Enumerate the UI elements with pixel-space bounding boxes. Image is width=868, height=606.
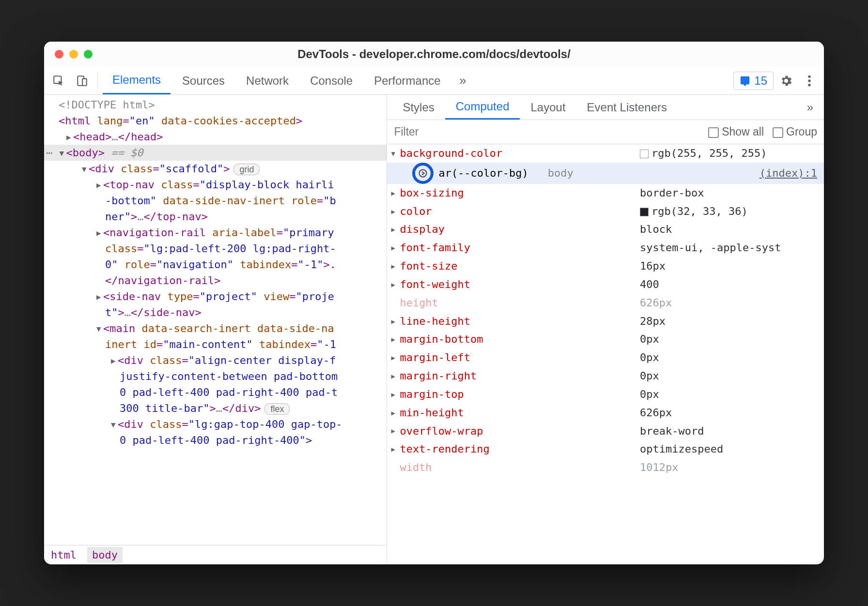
prop-margin-right[interactable]: ▶margin-right0px	[387, 367, 824, 385]
dom-html[interactable]: <html lang="en" data-cookies-accepted>	[44, 113, 387, 129]
prop-display[interactable]: ▶displayblock	[387, 220, 824, 239]
tab-console[interactable]: Console	[300, 67, 362, 94]
dom-navrail-close[interactable]: </navigation-rail>	[44, 273, 387, 288]
dom-navrail[interactable]: ▶<navigation-rail aria-label="primary	[44, 225, 387, 241]
svg-point-3	[808, 75, 810, 77]
prop-height[interactable]: height626px	[387, 294, 824, 312]
issues-count: 15	[754, 74, 767, 88]
prop-width[interactable]: width1012px	[387, 458, 824, 477]
prop-font-size[interactable]: ▶font-size16px	[387, 257, 824, 275]
filter-bar: Show all Group	[387, 120, 824, 144]
svg-rect-2	[82, 78, 87, 85]
dom-div3-l2[interactable]: 0 pad-left-400 pad-right-400">	[44, 432, 387, 448]
prop-margin-bottom[interactable]: ▶margin-bottom0px	[387, 330, 824, 348]
dom-div-scaffold[interactable]: ▼<div class="scaffold">grid	[44, 161, 387, 177]
dom-body-selected[interactable]: ⋯ ▼<body> == $0	[44, 145, 387, 161]
color-swatch-icon[interactable]	[640, 208, 649, 216]
dom-topnav-l3[interactable]: ner">…</top-nav>	[44, 209, 387, 225]
devtools-window: DevTools - developer.chrome.com/docs/dev…	[44, 42, 824, 564]
subtab-styles[interactable]: Styles	[392, 95, 445, 120]
dom-div2-l2[interactable]: justify-content-between pad-bottom	[44, 368, 387, 384]
dom-sidenav[interactable]: ▶<side-nav type="project" view="proje	[44, 288, 387, 304]
tab-performance[interactable]: Performance	[364, 67, 450, 94]
window-title: DevTools - developer.chrome.com/docs/dev…	[44, 47, 824, 61]
prop-color[interactable]: ▶colorrgb(32, 33, 36)	[387, 202, 824, 221]
dom-navrail-l3[interactable]: 0" role="navigation" tabindex="-1">.	[44, 257, 387, 273]
flex-badge[interactable]: flex	[264, 403, 290, 415]
subtab-event-listeners[interactable]: Event Listeners	[576, 95, 678, 120]
breadcrumb-body[interactable]: body	[87, 547, 123, 563]
prop-overflow-wrap[interactable]: ▶overflow-wrapbreak-word	[387, 422, 824, 440]
more-tabs-icon[interactable]: »	[452, 70, 474, 91]
titlebar: DevTools - developer.chrome.com/docs/dev…	[44, 42, 824, 67]
dom-sidenav-l2[interactable]: t">…</side-nav>	[44, 304, 387, 320]
tab-elements[interactable]: Elements	[103, 67, 170, 94]
prop-box-sizing[interactable]: ▶box-sizingborder-box	[387, 184, 824, 202]
styles-pane: Styles Computed Layout Event Listeners »…	[387, 95, 824, 564]
breadcrumb-html[interactable]: html	[51, 549, 77, 561]
more-subtabs-icon[interactable]: »	[801, 101, 819, 114]
prop-min-height[interactable]: ▶min-height626px	[387, 404, 824, 422]
prop-background-color-source[interactable]: ar(--color-bg) body (index):1	[387, 163, 824, 184]
svg-point-4	[808, 79, 810, 82]
filter-input[interactable]	[394, 125, 699, 138]
main-toolbar: Elements Sources Network Console Perform…	[44, 67, 824, 95]
sidebar-tabs: Styles Computed Layout Event Listeners »	[387, 95, 824, 120]
dom-main[interactable]: ▼<main data-search-inert data-side-na	[44, 320, 387, 336]
main-split: <!DOCTYPE html> <html lang="en" data-coo…	[44, 95, 824, 564]
source-link[interactable]: (index):1	[760, 164, 820, 182]
dom-head[interactable]: ▶<head>…</head>	[44, 129, 387, 145]
grid-badge[interactable]: grid	[233, 164, 260, 175]
svg-point-5	[808, 83, 810, 86]
prop-font-weight[interactable]: ▶font-weight400	[387, 275, 824, 294]
prop-text-rendering[interactable]: ▶text-renderingoptimizespeed	[387, 440, 824, 458]
dom-tree[interactable]: <!DOCTYPE html> <html lang="en" data-coo…	[44, 95, 387, 545]
dom-topnav-l2[interactable]: -bottom" data-side-nav-inert role="b	[44, 193, 387, 209]
dom-main-l2[interactable]: inert id="main-content" tabindex="-1	[44, 336, 387, 352]
prop-background-color[interactable]: ▼background-colorrgb(255, 255, 255)	[387, 144, 824, 163]
dom-div2-l3[interactable]: 0 pad-left-400 pad-right-400 pad-t	[44, 384, 387, 400]
prop-font-family[interactable]: ▶font-familysystem-ui, -apple-syst	[387, 239, 824, 257]
prop-margin-left[interactable]: ▶margin-left0px	[387, 348, 824, 367]
subtab-computed[interactable]: Computed	[445, 95, 520, 120]
dom-doctype[interactable]: <!DOCTYPE html>	[44, 97, 387, 113]
issues-icon	[740, 76, 750, 86]
tab-sources[interactable]: Sources	[172, 67, 234, 94]
computed-list[interactable]: ▼background-colorrgb(255, 255, 255) ar(-…	[387, 144, 824, 564]
show-all-checkbox[interactable]: Show all	[708, 125, 764, 138]
dom-navrail-l2[interactable]: class="lg:pad-left-200 lg:pad-right-	[44, 241, 387, 257]
separator	[97, 73, 98, 89]
group-checkbox[interactable]: Group	[773, 125, 817, 138]
breadcrumb: html body	[44, 545, 387, 564]
svg-point-6	[419, 169, 427, 177]
color-swatch-icon[interactable]	[640, 150, 649, 158]
prop-margin-top[interactable]: ▶margin-top0px	[387, 385, 824, 404]
dom-div2-l4[interactable]: 300 title-bar">…</div>flex	[44, 400, 387, 416]
dom-div3[interactable]: ▼<div class="lg:gap-top-400 gap-top-	[44, 416, 387, 432]
dom-topnav[interactable]: ▶<top-nav class="display-block hairli	[44, 177, 387, 193]
elements-pane: <!DOCTYPE html> <html lang="en" data-coo…	[44, 95, 387, 564]
inspect-element-icon[interactable]	[48, 70, 69, 91]
issues-badge[interactable]: 15	[733, 72, 774, 90]
kebab-menu-icon[interactable]	[799, 70, 820, 91]
prop-line-height[interactable]: ▶line-height28px	[387, 312, 824, 331]
dom-div2[interactable]: ▶<div class="align-center display-f	[44, 352, 387, 368]
tab-network[interactable]: Network	[236, 67, 298, 94]
settings-icon[interactable]	[775, 70, 797, 91]
device-toolbar-icon[interactable]	[71, 70, 93, 91]
navigate-arrow-icon[interactable]	[412, 163, 434, 184]
subtab-layout[interactable]: Layout	[520, 95, 576, 120]
